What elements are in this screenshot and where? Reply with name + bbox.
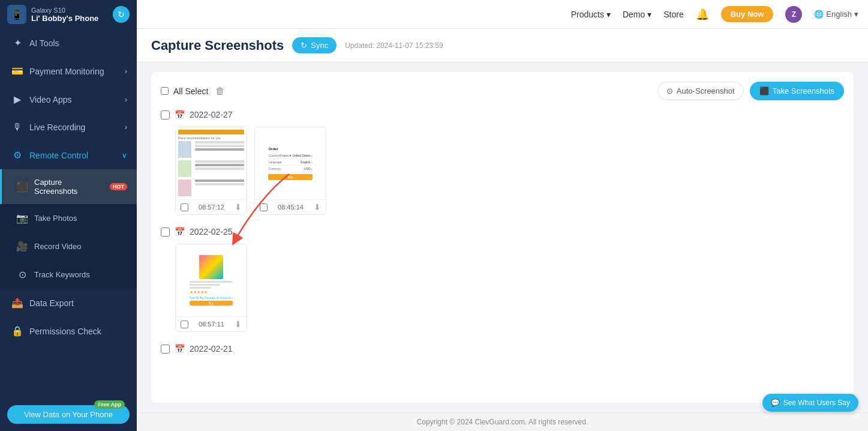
date-group-1: 📅 2022-02-25	[161, 227, 844, 332]
chevron-right-icon: ›	[125, 67, 127, 76]
content-body: All Select 🗑 ⊙ Auto-Screenshot ⬛ Take Sc…	[137, 62, 868, 412]
sidebar-item-label: AI Tools	[29, 38, 59, 48]
chevron-right-icon: ›	[125, 123, 127, 131]
chevron-right-icon: ›	[125, 95, 127, 104]
store-link[interactable]: Store	[663, 10, 683, 19]
date-label-2: 2022-02-21	[190, 344, 233, 354]
sidebar-item-label: Payment Monitoring	[29, 67, 104, 76]
hot-badge: HOT	[110, 183, 127, 190]
take-screenshot-button[interactable]: ⬛ Take Screenshots	[750, 82, 844, 100]
screenshot-time-0-0: 08:57:12	[199, 203, 224, 211]
demo-menu[interactable]: Demo ▾	[623, 10, 651, 19]
remote-control-submenu: ⬛ Capture Screenshots HOT 📷 Take Photos …	[0, 169, 137, 289]
page-title: Capture Screenshots	[151, 38, 284, 53]
sidebar-item-label: Take Photos	[34, 214, 77, 223]
all-select-label: All Select	[173, 86, 208, 96]
screenshot-footer-1-0: 08:57:11 ⬇	[176, 316, 247, 331]
sidebar-item-capture-screenshots[interactable]: ⬛ Capture Screenshots HOT	[0, 169, 137, 204]
sidebar-item-label: Live Recording	[29, 122, 85, 132]
date-label-0: 2022-02-27	[190, 110, 233, 119]
download-icon[interactable]: ⬇	[235, 202, 242, 212]
sync-logo: ↻	[113, 6, 130, 23]
sidebar-item-label: Record Video	[34, 242, 82, 251]
updated-timestamp: Updated: 2024-11-07 15:23:59	[345, 41, 443, 50]
panel-toolbar: All Select 🗑 ⊙ Auto-Screenshot ⬛ Take Sc…	[161, 82, 844, 100]
screenshot-card-0-0[interactable]: Place recommendations for you	[175, 127, 247, 215]
screenshot-time-0-1: 08:45:14	[278, 203, 304, 211]
sidebar-item-data-export[interactable]: 📤 Data Export	[0, 289, 137, 317]
see-users-say-button[interactable]: 💬 See What Users Say	[762, 394, 858, 412]
payment-icon: 💳	[11, 65, 23, 77]
sidebar-item-track-keywords[interactable]: ⊙ Track Keywords	[0, 261, 137, 289]
chat-icon: 💬	[771, 399, 780, 407]
products-menu[interactable]: Products ▾	[571, 10, 611, 19]
date-label-1: 2022-02-25	[190, 227, 233, 237]
content-header: Capture Screenshots ↻ Sync Updated: 2024…	[137, 29, 868, 62]
screenshot-thumbnail-1-0: ★★★★★ See All Big Savings on Amazon › Bu…	[176, 244, 247, 316]
date-header-1: 📅 2022-02-25	[161, 227, 844, 237]
sidebar-header: 📱 Galaxy S10 Li' Bobby's Phone ↻	[0, 0, 137, 29]
avatar[interactable]: Z	[785, 6, 802, 23]
device-user: Li' Bobby's Phone	[31, 14, 98, 23]
screenshot-time-1-0: 08:57:11	[199, 321, 224, 328]
screenshot-card-0-1[interactable]: Order Country/Region ✦ United States › L…	[254, 127, 326, 215]
chevron-down-icon: ▾	[647, 10, 651, 19]
delete-button[interactable]: 🗑	[213, 83, 227, 99]
sidebar-item-ai-tools[interactable]: ✦ AI Tools	[0, 29, 137, 57]
recording-icon: 🎙	[11, 122, 23, 133]
date-header-2: 📅 2022-02-21	[161, 344, 844, 354]
screenshot-footer-0-1: 08:45:14 ⬇	[255, 199, 326, 214]
sidebar-item-remote-control[interactable]: ⚙ Remote Control ∨	[0, 141, 137, 169]
sidebar-bottom: Free App View Data on Your Phone	[0, 398, 137, 431]
sidebar-item-label: Video Apps	[29, 95, 72, 104]
sidebar-item-permissions-check[interactable]: 🔒 Permissions Check	[0, 317, 137, 345]
device-model: Galaxy S10	[31, 7, 98, 14]
video-icon: ▶	[11, 94, 23, 105]
lock-icon: 🔒	[11, 325, 23, 337]
sidebar-item-take-photos[interactable]: 📷 Take Photos	[0, 204, 137, 232]
download-icon[interactable]: ⬇	[314, 202, 321, 212]
all-select-checkbox[interactable]	[161, 87, 169, 95]
chevron-down-icon: ▾	[606, 10, 611, 19]
language-selector[interactable]: 🌐 English ▾	[814, 10, 858, 19]
copyright-text: Copyright © 2024 ClevGuard.com. All righ…	[417, 418, 588, 426]
sidebar-item-label: Remote Control	[29, 151, 88, 160]
chevron-down-icon: ∨	[122, 151, 127, 160]
all-select-area: All Select 🗑	[161, 83, 227, 99]
free-app-badge: Free App	[94, 400, 125, 409]
date-group-checkbox-0[interactable]	[161, 110, 170, 119]
sidebar-item-record-video[interactable]: 🎥 Record Video	[0, 232, 137, 261]
download-icon[interactable]: ⬇	[235, 319, 242, 329]
screenshot-checkbox-1-0[interactable]	[181, 321, 188, 328]
keywords-icon: ⊙	[16, 269, 28, 280]
date-group-checkbox-2[interactable]	[161, 345, 170, 354]
sidebar-item-video-apps[interactable]: ▶ Video Apps ›	[0, 85, 137, 113]
screenshot-icon: ⬛	[759, 86, 769, 95]
screenshot-thumbnail-0-0: Place recommendations for you	[176, 127, 247, 199]
auto-screenshot-icon: ⊙	[666, 86, 673, 95]
device-icon: 📱	[7, 5, 26, 24]
video-record-icon: 🎥	[16, 241, 28, 252]
calendar-icon: 📅	[175, 344, 185, 354]
view-phone-button[interactable]: Free App View Data on Your Phone	[7, 405, 130, 424]
notifications-bell[interactable]: 🔔	[696, 8, 709, 21]
footer: Copyright © 2024 ClevGuard.com. All righ…	[137, 412, 868, 431]
sidebar-item-label: Data Export	[29, 298, 74, 308]
screenshot-checkbox-0-1[interactable]	[260, 203, 268, 211]
screenshots-grid-0: Place recommendations for you	[161, 127, 844, 215]
remote-control-icon: ⚙	[11, 149, 23, 161]
date-header-0: 📅 2022-02-27	[161, 110, 844, 119]
sync-button[interactable]: ↻ Sync	[292, 37, 337, 53]
auto-screenshot-button[interactable]: ⊙ Auto-Screenshot	[657, 82, 744, 100]
sidebar: ✦ AI Tools 💳 Payment Monitoring › ▶ Vide…	[0, 29, 137, 431]
sidebar-item-payment-monitoring[interactable]: 💳 Payment Monitoring ›	[0, 57, 137, 85]
screenshot-checkbox-0-0[interactable]	[181, 203, 188, 211]
date-group-checkbox-1[interactable]	[161, 228, 170, 237]
export-icon: 📤	[11, 297, 23, 309]
screenshots-panel: All Select 🗑 ⊙ Auto-Screenshot ⬛ Take Sc…	[151, 72, 854, 403]
sidebar-item-live-recording[interactable]: 🎙 Live Recording ›	[0, 113, 137, 141]
buy-now-button[interactable]: Buy Now	[721, 6, 774, 22]
screenshot-card-1-0[interactable]: ★★★★★ See All Big Savings on Amazon › Bu…	[175, 244, 247, 332]
toolbar-right: ⊙ Auto-Screenshot ⬛ Take Screenshots	[657, 82, 844, 100]
camera-icon: 📷	[16, 212, 28, 224]
